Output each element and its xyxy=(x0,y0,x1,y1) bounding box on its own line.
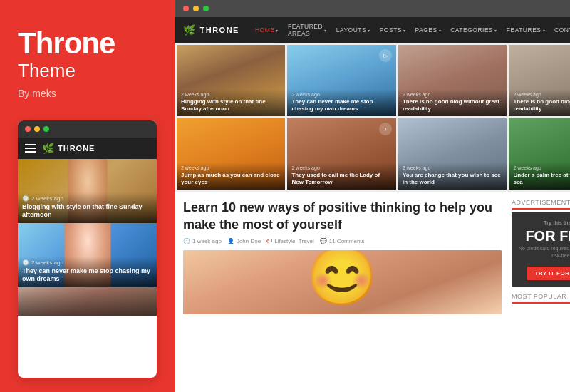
grid-caption-7: You are change that you wish to see in t… xyxy=(403,172,502,186)
article-time: 🕐 1 week ago xyxy=(183,238,222,244)
mobile-post-1-time: 🕐2 weeks ago xyxy=(22,195,152,202)
grid-caption-2: They can never make me stop chasing my o… xyxy=(291,98,391,113)
grid-item-8[interactable]: ▷ 2 weeks ago Under a palm tree at the c… xyxy=(509,118,570,190)
nav-item-categories[interactable]: CATEGORIES ▾ xyxy=(446,17,502,43)
most-popular-label: Most Popular xyxy=(512,293,570,304)
grid-item-3[interactable]: 2 weeks ago There is no good blog withou… xyxy=(398,45,507,116)
grid-item-7[interactable]: 2 weeks ago You are change that you wish… xyxy=(398,118,507,190)
grid-time-5: 2 weeks ago xyxy=(181,165,281,170)
main-content: Learn 10 new ways of positive thinking t… xyxy=(175,192,570,392)
site-logo-leaf-icon: 🌿 xyxy=(183,24,197,36)
article-title: Learn 10 new ways of positive thinking t… xyxy=(183,199,502,234)
sidebar: Advertisement Try this theme FOR FREE No… xyxy=(512,199,570,392)
mobile-post-2-title: They can never make me stop chasing my o… xyxy=(22,267,152,284)
chevron-down-icon: ▾ xyxy=(439,28,442,33)
grid-caption-8: Under a palm tree at the coast of the se… xyxy=(513,172,570,186)
grid-time-city: 2 weeks ago xyxy=(513,92,570,97)
ad-title: FOR FREE xyxy=(517,229,570,243)
mobile-card-chrome xyxy=(18,120,157,138)
play-icon: ▷ xyxy=(379,49,392,62)
browser-dot-green xyxy=(203,6,209,11)
mobile-post-2-time: 🕐2 weeks ago xyxy=(22,259,152,266)
folder-icon: 🏷 xyxy=(266,238,272,244)
dot-green xyxy=(43,126,49,132)
brand-by: By meks xyxy=(18,88,157,99)
nav-item-layouts[interactable]: LAYOUTS ▾ xyxy=(332,17,375,43)
nav-item-featured[interactable]: FEATURED AREAS ▾ xyxy=(284,17,331,43)
chevron-down-icon: ▾ xyxy=(403,28,406,33)
grid-caption-6: They used to call me the Lady of New Tom… xyxy=(291,172,391,186)
mobile-post-1-image: 🕐2 weeks ago Blogging with style on that… xyxy=(18,159,157,223)
try-free-button[interactable]: TRY IT FOR FREE xyxy=(527,267,570,280)
grid-item-2[interactable]: ▷ 2 weeks ago They can never make me sto… xyxy=(287,45,395,116)
grid-item-4[interactable]: 2 weeks ago There is no good blog withou… xyxy=(509,45,570,116)
grid-time-2: 2 weeks ago xyxy=(291,92,391,97)
site-logo: 🌿 THRONE xyxy=(183,24,239,36)
article-comments: 💬 11 Comments xyxy=(320,238,365,244)
article-meta: 🕐 1 week ago 👤 John Doe 🏷 Lifestyle, Tra… xyxy=(183,238,502,244)
article-categories: 🏷 Lifestyle, Travel xyxy=(266,238,314,244)
mobile-post-3-image xyxy=(18,287,157,316)
mobile-navbar: 🌿 THRONE xyxy=(18,138,157,159)
grid-time-7: 2 weeks ago xyxy=(403,165,502,170)
browser-content: 🌿 THRONE HOME ▾ FEATURED AREAS ▾ LAYOUTS… xyxy=(175,17,570,392)
browser-chrome xyxy=(175,0,570,17)
nav-item-contact[interactable]: CONTACT xyxy=(550,17,570,43)
chevron-down-icon: ▾ xyxy=(494,28,497,33)
mobile-preview-card: 🌿 THRONE 🕐2 weeks ago Blogging with styl… xyxy=(18,120,157,378)
grid-time-6: 2 weeks ago xyxy=(291,165,391,170)
nav-item-home[interactable]: HOME ▾ xyxy=(251,17,283,43)
advertisement-box: Try this theme FOR FREE No credit card r… xyxy=(512,212,570,287)
dot-red xyxy=(25,126,31,132)
nav-item-pages[interactable]: PAGES ▾ xyxy=(411,17,446,43)
chevron-down-icon: ▾ xyxy=(324,28,327,33)
grid-time-8: 2 weeks ago xyxy=(513,165,570,170)
grid-caption-5: Jump as much as you can and close your e… xyxy=(181,172,281,186)
logo-leaf-icon: 🌿 xyxy=(42,143,55,154)
featured-grid: 2 weeks ago Blogging with style on that … xyxy=(175,43,570,192)
grid-time-3: 2 weeks ago xyxy=(403,92,502,97)
grid-time-1: 2 weeks ago xyxy=(181,92,281,97)
grid-caption-3: There is no good blog without great read… xyxy=(403,98,502,113)
chevron-down-icon: ▾ xyxy=(543,28,546,33)
clock-icon: 🕐 xyxy=(183,238,190,244)
hamburger-icon[interactable] xyxy=(25,144,36,153)
grid-caption-city: There is no good blog without great read… xyxy=(513,98,570,113)
browser-dot-red xyxy=(183,6,189,11)
comment-icon: 💬 xyxy=(320,238,327,244)
grid-item-5[interactable]: 2 weeks ago Jump as much as you can and … xyxy=(177,118,285,190)
nav-items: HOME ▾ FEATURED AREAS ▾ LAYOUTS ▾ POSTS … xyxy=(251,17,570,43)
article-author: 👤 John Doe xyxy=(227,238,261,244)
right-panel: 🌿 THRONE HOME ▾ FEATURED AREAS ▾ LAYOUTS… xyxy=(175,0,570,392)
chevron-down-icon: ▾ xyxy=(276,28,279,33)
user-icon: 👤 xyxy=(227,238,234,244)
nav-item-features[interactable]: FEATURES ▾ xyxy=(502,17,549,43)
mobile-logo: 🌿 THRONE xyxy=(42,143,95,154)
advertisement-label: Advertisement xyxy=(512,199,570,210)
music-icon: ♪ xyxy=(379,123,392,135)
left-panel: Throne Theme By meks 🌿 THRONE xyxy=(0,0,175,392)
grid-item-1[interactable]: 2 weeks ago Blogging with style on that … xyxy=(177,45,285,116)
mobile-post-2-image: 🕐2 weeks ago They can never make me stop… xyxy=(18,223,157,287)
grid-item-6[interactable]: ♪ 2 weeks ago They used to call me the L… xyxy=(287,118,395,190)
chevron-down-icon: ▾ xyxy=(368,28,370,33)
site-navbar: 🌿 THRONE HOME ▾ FEATURED AREAS ▾ LAYOUTS… xyxy=(175,17,570,43)
brand-title: Throne xyxy=(18,29,157,58)
mobile-post-1-title: Blogging with style on that fine Sunday … xyxy=(22,203,152,220)
nav-item-posts[interactable]: POSTS ▾ xyxy=(375,17,410,43)
browser-dot-yellow xyxy=(193,6,199,11)
brand-subtitle: Theme xyxy=(18,60,157,82)
grid-caption-1: Blogging with style on that fine Sunday … xyxy=(181,98,281,113)
dot-yellow xyxy=(34,126,40,132)
article-section: Learn 10 new ways of positive thinking t… xyxy=(183,199,502,392)
ad-subtitle: No credit card required and completely r… xyxy=(517,245,570,259)
article-image: 😊 xyxy=(183,250,502,314)
ad-tagline: Try this theme xyxy=(517,220,570,226)
